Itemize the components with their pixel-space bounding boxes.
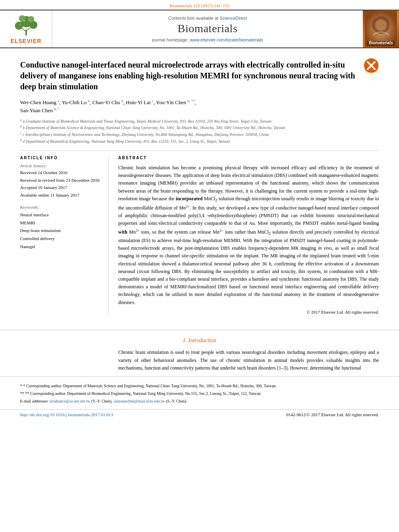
affiliations: a a Graduate Institute of Biomedical Mat…	[20, 118, 379, 145]
journal-thumb-label: Biomaterials	[363, 41, 399, 45]
abstract-label: ABSTRACT	[118, 156, 379, 160]
svg-point-9	[29, 20, 30, 21]
intro-two-col: Chronic brain stimulation is used to tre…	[20, 349, 379, 372]
keywords-label: Keywords:	[20, 205, 102, 210]
affiliation-a: a Graduate Institute of Biomedical Mater…	[23, 119, 271, 123]
sciencedirect-link[interactable]: ScienceDirect	[220, 16, 247, 21]
keyword-list: Neural interface MEMRI Deep brain stimul…	[20, 211, 102, 251]
email2-note: (S.-Y. Chen).	[166, 399, 187, 403]
article-info-column: ARTICLE INFO Article history: Received 1…	[20, 156, 109, 314]
elsevier-label: ELSEVIER	[10, 38, 41, 44]
elsevier-logo: ELSEVIER	[0, 10, 52, 47]
intro-heading: 1. Introduction	[20, 337, 379, 344]
footnotes-section: * * Corresponding author. Department of …	[0, 376, 399, 405]
keywords-section: Keywords: Neural interface MEMRI Deep br…	[20, 205, 102, 251]
received-revised-label: Received in revised form 23 December 201…	[20, 178, 99, 183]
two-column-section: ARTICLE INFO Article history: Received 1…	[20, 150, 379, 314]
footnote-1: * * Corresponding author. Department of …	[20, 382, 379, 389]
copyright-text: © 2017 Elsevier Ltd. All rights reserved…	[118, 310, 379, 314]
svg-point-13	[375, 19, 387, 31]
affiliation-d: d Department of Biomedical Engineering, …	[23, 139, 230, 144]
elsevier-tree-icon	[10, 14, 42, 36]
keyword-2: MEMRI	[20, 220, 35, 225]
authors: Wei-Chen Huang a, Yu-Chih Lo b, Chao-Yi …	[20, 99, 379, 115]
journal-thumbnail: Biomaterials	[363, 10, 399, 47]
svg-text:CrossMark: CrossMark	[365, 70, 377, 73]
affiliation-c: c Interdisciplinary Institute of Neurosc…	[23, 133, 269, 137]
journal-reference: Biomaterials 122 (2017) 141–153	[0, 0, 399, 10]
crossmark-icon: CrossMark	[364, 58, 379, 73]
affiliation-b: b Department of Materials Science & Engi…	[23, 126, 286, 130]
email-label: E-mail addresses:	[20, 399, 49, 403]
keyword-4: Controlled delivery	[20, 236, 55, 241]
svg-point-7	[28, 16, 34, 23]
footnote-2: ** ** Corresponding author. Department o…	[20, 390, 379, 397]
homepage-label: journal homepage:	[152, 37, 189, 42]
history-label: Article history:	[20, 163, 102, 168]
email1-note: (Y.-Y. Chen),	[91, 399, 113, 403]
svg-point-8	[23, 20, 25, 22]
svg-point-10	[19, 24, 21, 25]
journal-ref-text: Biomaterials 122 (2017) 141–153	[170, 3, 230, 8]
intro-text-col: Chronic brain stimulation is used to tre…	[118, 349, 379, 372]
page: Biomaterials 122 (2017) 141–153	[0, 0, 399, 532]
svg-point-4	[15, 22, 23, 30]
journal-title-header: Biomaterials	[177, 22, 237, 35]
doi-link[interactable]: http://dx.doi.org/10.1016/j.biomaterials…	[20, 412, 113, 417]
keyword-1: Neural interface	[20, 212, 49, 217]
abstract-text: Chronic brain stimulation has become a p…	[118, 164, 379, 306]
article-history: Article history: Received 14 October 201…	[20, 163, 102, 199]
keyword-3: Deep brain stimulation	[20, 228, 61, 233]
svg-line-2	[26, 27, 31, 31]
footnote-email: E-mail addresses: irradiance@so-net.net.…	[20, 398, 379, 405]
corresponding-author-1: * Corresponding author. Department of Ma…	[23, 384, 277, 388]
section-divider	[0, 330, 399, 330]
keyword-5: Nanogel	[20, 244, 35, 249]
date-received: Received 14 October 2016 Received in rev…	[20, 169, 102, 199]
intro-left-spacer	[20, 349, 109, 372]
article-info-label: ARTICLE INFO	[20, 156, 102, 160]
bottom-bar: http://dx.doi.org/10.1016/j.biomaterials…	[0, 409, 399, 419]
journal-center: Contents lists available at ScienceDirec…	[52, 10, 363, 47]
accepted-date: Accepted 10 January 2017	[20, 185, 67, 190]
main-content: Conductive nanogel-interfaced neural mic…	[0, 48, 399, 322]
issn-text: 0142-9612/© 2017 Elsevier Ltd. All right…	[286, 412, 379, 417]
introduction-section: 1. Introduction Chronic brain stimulatio…	[0, 337, 399, 372]
contents-label: Contents lists available at	[168, 16, 218, 21]
article-title: Conductive nanogel-interfaced neural mic…	[20, 60, 359, 92]
journal-homepage-line: journal homepage: www.elsevier.com/locat…	[152, 37, 263, 42]
homepage-link[interactable]: www.elsevier.com/locate/biomaterials	[190, 37, 263, 42]
intro-paragraph: Chronic brain stimulation is used to tre…	[118, 349, 379, 372]
email-link-2[interactable]: sanyuanchen@mail.nctu.edu.tw	[113, 399, 165, 403]
science-direct-line: Contents lists available at ScienceDirec…	[168, 16, 247, 21]
title-row: Conductive nanogel-interfaced neural mic…	[20, 56, 379, 99]
available-date: Available online 11 January 2017	[20, 193, 79, 197]
crossmark-badge[interactable]: CrossMark	[364, 58, 379, 73]
received-date: Received 14 October 2016	[20, 170, 68, 175]
abstract-column: ABSTRACT Chronic brain stimulation has b…	[118, 156, 379, 314]
journal-header: ELSEVIER Contents lists available at Sci…	[0, 10, 399, 48]
email-link-1[interactable]: irradiance@so-net.net.tw	[49, 399, 90, 403]
corresponding-author-2: ** Corresponding author. Department of B…	[25, 391, 262, 396]
